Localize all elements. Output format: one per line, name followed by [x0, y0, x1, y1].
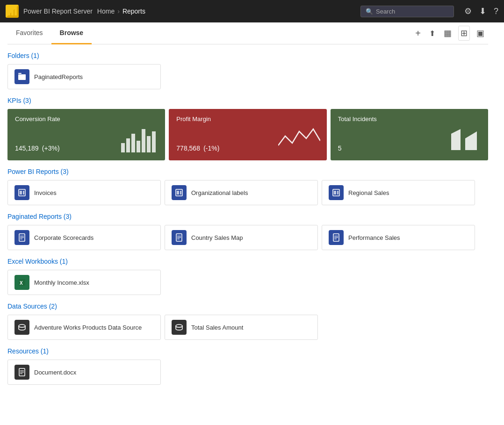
svg-marker-14	[465, 131, 477, 150]
breadcrumb: Home › Reports	[97, 7, 145, 15]
kpi-profit-margin[interactable]: Profit Margin 778,568 (-1%)	[169, 109, 326, 160]
resource-label-0: Document.docx	[34, 369, 76, 376]
folder-label: PaginatedReports	[34, 73, 83, 80]
power-bi-reports-header: Power BI Reports (3)	[7, 168, 488, 175]
kpi-chart-2	[444, 127, 482, 154]
datasource-icon-0	[14, 320, 29, 335]
excel-label-0: Monthly Income.xlsx	[34, 279, 89, 286]
tab-browse[interactable]: Browse	[51, 22, 92, 44]
topbar: Power BI Report Server Home › Reports 🔍 …	[0, 0, 504, 22]
report-icon-0	[14, 185, 29, 200]
paginated-icon-2	[329, 230, 344, 245]
svg-rect-0	[8, 11, 10, 15]
svg-rect-6	[121, 143, 125, 152]
datasource-card-adventure-works[interactable]: Adventure Works Products Data Source	[7, 315, 161, 340]
download-icon[interactable]: ⬇	[479, 6, 486, 16]
svg-rect-1	[11, 9, 14, 15]
datasource-icon-1	[172, 320, 187, 335]
excel-workbooks-header: Excel Workbooks (1)	[7, 258, 488, 265]
paginated-label-0: Corporate Scorecards	[34, 234, 94, 241]
datasource-card-total-sales[interactable]: Total Sales Amount	[165, 315, 318, 340]
report-icon-1	[172, 185, 187, 200]
topbar-icons: ⚙ ⬇ ?	[464, 6, 498, 16]
svg-rect-9	[137, 141, 140, 152]
breadcrumb-current: Reports	[122, 7, 145, 15]
kpi-title-1: Profit Margin	[176, 115, 319, 122]
report-icon-2	[329, 185, 344, 200]
kpi-conversion-rate[interactable]: Conversion Rate 145,189 (+3%)	[7, 109, 165, 160]
svg-rect-8	[131, 134, 135, 152]
upload-button[interactable]: ⬆	[427, 27, 437, 40]
resource-card-document[interactable]: Document.docx	[7, 360, 161, 385]
resources-grid: Document.docx	[7, 360, 488, 385]
svg-marker-13	[451, 129, 461, 150]
power-bi-reports-grid: Invoices Organizational labels	[7, 180, 488, 205]
report-card-regional-sales[interactable]: Regional Sales	[322, 180, 475, 205]
svg-rect-3	[18, 73, 22, 74]
kpis-grid: Conversion Rate 145,189 (+3%)	[7, 109, 488, 160]
svg-rect-12	[152, 131, 156, 152]
svg-rect-11	[147, 136, 151, 152]
main-content: Favorites Browse + ⬆ ▦ ⊞ ▣ Folders (1)	[0, 22, 496, 394]
grid-view-button[interactable]: ⊞	[458, 26, 470, 41]
report-card-org-labels[interactable]: Organizational labels	[165, 180, 318, 205]
data-sources-header: Data Sources (2)	[7, 303, 488, 310]
svg-rect-5	[21, 76, 23, 79]
paginated-label-2: Performance Sales	[348, 234, 400, 241]
kpi-total-incidents[interactable]: Total Incidents 5	[331, 109, 488, 160]
datasource-label-1: Total Sales Amount	[191, 324, 243, 331]
kpi-chart-0	[121, 127, 158, 154]
chart-view-button[interactable]: ▦	[442, 26, 454, 40]
paginated-icon-1	[172, 230, 187, 245]
folders-grid: PaginatedReports	[7, 64, 488, 89]
app-title: Power BI Report Server	[23, 7, 93, 15]
paginated-reports-grid: Corporate Scorecards Country Sales Map	[7, 225, 488, 250]
excel-workbooks-grid: X Monthly Income.xlsx	[7, 270, 488, 295]
breadcrumb-home[interactable]: Home	[97, 7, 115, 15]
datasource-label-0: Adventure Works Products Data Source	[34, 324, 142, 331]
paginated-icon-0	[14, 230, 29, 245]
kpis-header: KPIs (3)	[7, 97, 488, 104]
report-label-0: Invoices	[34, 189, 57, 196]
data-sources-grid: Adventure Works Products Data Source Tot…	[7, 315, 488, 340]
settings-icon[interactable]: ⚙	[464, 6, 472, 16]
add-button[interactable]: +	[413, 26, 423, 41]
svg-rect-2	[14, 7, 17, 15]
svg-rect-23	[337, 191, 338, 194]
excel-icon-0: X	[14, 275, 29, 290]
report-label-1: Organizational labels	[191, 189, 248, 196]
kpi-title-0: Conversion Rate	[15, 115, 158, 122]
resources-header: Resources (1)	[7, 347, 488, 355]
paginated-card-country-sales[interactable]: Country Sales Map	[165, 225, 318, 250]
search-input[interactable]	[376, 8, 449, 15]
help-icon[interactable]: ?	[494, 7, 498, 16]
paginated-card-performance-sales[interactable]: Performance Sales	[322, 225, 475, 250]
kpi-title-2: Total Incidents	[338, 115, 481, 122]
search-icon: 🔍	[366, 8, 373, 15]
paginated-card-scorecards[interactable]: Corporate Scorecards	[7, 225, 161, 250]
excel-card-monthly-income[interactable]: X Monthly Income.xlsx	[7, 270, 161, 295]
paginated-reports-header: Paginated Reports (3)	[7, 213, 488, 220]
resource-icon-0	[14, 365, 29, 380]
svg-rect-16	[20, 191, 22, 194]
svg-rect-17	[23, 191, 24, 194]
tabbar: Favorites Browse + ⬆ ▦ ⊞ ▣	[7, 22, 488, 44]
folders-header: Folders (1)	[7, 52, 488, 59]
kpi-chart-1	[278, 127, 320, 154]
svg-rect-7	[126, 138, 130, 152]
svg-rect-20	[180, 191, 181, 194]
panel-view-button[interactable]: ▣	[475, 26, 486, 40]
report-label-2: Regional Sales	[348, 189, 389, 196]
app-logo	[6, 5, 19, 18]
svg-point-40	[176, 324, 182, 327]
breadcrumb-separator: ›	[117, 7, 120, 15]
tab-favorites[interactable]: Favorites	[7, 22, 51, 44]
svg-rect-22	[334, 191, 336, 194]
report-card-invoices[interactable]: Invoices	[7, 180, 161, 205]
paginated-label-1: Country Sales Map	[191, 234, 243, 241]
folder-card-paginated-reports[interactable]: PaginatedReports	[7, 64, 161, 89]
folder-icon	[14, 69, 29, 84]
svg-rect-19	[177, 191, 179, 194]
svg-text:X: X	[20, 281, 23, 286]
svg-point-38	[19, 324, 25, 327]
